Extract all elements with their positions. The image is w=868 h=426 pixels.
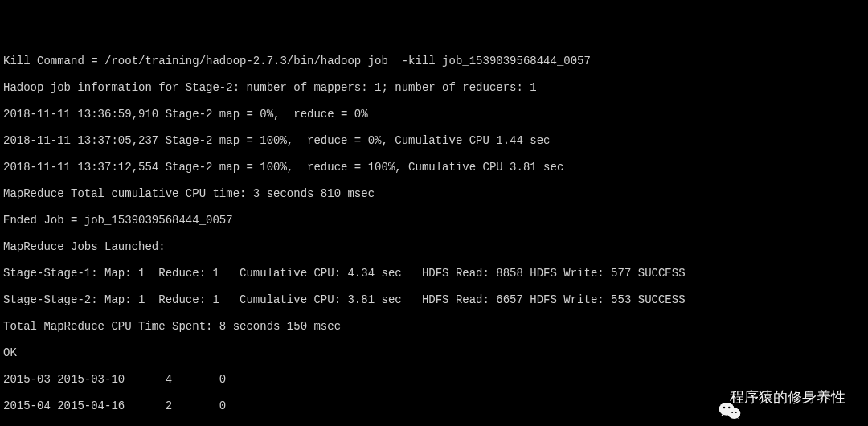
- terminal-line: OK: [3, 346, 865, 360]
- svg-point-8: [731, 411, 733, 412]
- svg-point-5: [728, 408, 741, 418]
- terminal-line: MapReduce Total cumulative CPU time: 3 s…: [3, 187, 865, 201]
- terminal-line: Ended Job = job_1539039568444_0057: [3, 214, 865, 227]
- terminal-line: MapReduce Jobs Launched:: [3, 240, 865, 254]
- terminal-line: Kill Command = /root/training/hadoop-2.7…: [3, 55, 865, 68]
- terminal-line: 2018-11-11 13:36:59,910 Stage-2 map = 0%…: [3, 108, 865, 121]
- wechat-icon: [702, 387, 725, 407]
- terminal-line: 2018-11-11 13:37:05,237 Stage-2 map = 10…: [3, 134, 865, 148]
- watermark-text: 程序猿的修身养性: [730, 391, 845, 404]
- watermark: 程序猿的修身养性: [702, 387, 845, 407]
- terminal-line: Stage-Stage-1: Map: 1 Reduce: 1 Cumulati…: [3, 267, 865, 281]
- terminal-line: 2018-11-11 13:37:12,554 Stage-2 map = 10…: [3, 161, 865, 174]
- svg-point-6: [723, 406, 725, 408]
- svg-point-7: [728, 406, 730, 408]
- svg-point-9: [735, 411, 737, 412]
- terminal-line: Total MapReduce CPU Time Spent: 8 second…: [3, 320, 865, 334]
- terminal-line: Hadoop job information for Stage-2: numb…: [3, 81, 865, 95]
- result-row: 2015-03 2015-03-10 4 0: [3, 373, 865, 387]
- terminal-line: Stage-Stage-2: Map: 1 Reduce: 1 Cumulati…: [3, 293, 865, 307]
